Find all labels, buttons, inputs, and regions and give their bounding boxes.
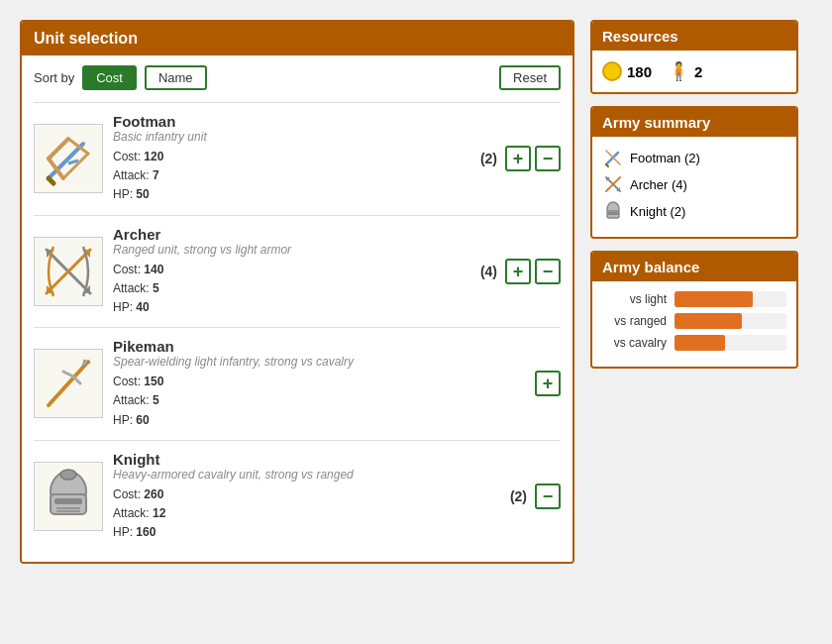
pikeman-icon [34, 349, 103, 418]
population-value: 2 [694, 63, 702, 80]
svg-line-1 [49, 178, 53, 183]
balance-vs-cavalry-bar [675, 335, 725, 351]
gold-icon [602, 61, 622, 81]
sort-by-cost-button[interactable]: Cost [82, 65, 137, 90]
right-panel: Resources 180 🧍 2 Army summary [590, 20, 798, 564]
knight-info: Knight Heavy-armored cavalry unit, stron… [113, 451, 500, 543]
balance-vs-cavalry: vs cavalry [602, 335, 786, 351]
army-footman: Footman (2) [602, 147, 786, 168]
knight-remove-button[interactable]: − [535, 483, 561, 509]
army-footman-icon [602, 147, 624, 168]
pikeman-info: Pikeman Spear-wielding light infantry, s… [113, 338, 525, 430]
footman-icon [34, 124, 103, 193]
footman-desc: Basic infantry unit [113, 130, 470, 144]
svg-rect-32 [608, 212, 618, 215]
unit-selection-panel: Unit selection Sort by Cost Name Reset [20, 20, 574, 564]
svg-point-22 [60, 470, 76, 480]
army-archer: Archer (4) [602, 173, 786, 195]
balance-vs-cavalry-label: vs cavalry [602, 336, 667, 350]
unit-selection-title: Unit selection [22, 22, 572, 55]
balance-vs-light-bar-bg [675, 291, 786, 307]
knight-count: (2) [510, 488, 527, 504]
knight-name: Knight [113, 451, 500, 468]
sort-row: Sort by Cost Name Reset [34, 65, 561, 90]
army-summary-box: Army summary Footman (2) [590, 106, 798, 239]
footman-name: Footman [113, 113, 470, 130]
balance-vs-cavalry-bar-bg [675, 335, 786, 351]
army-knight: Knight (2) [602, 200, 786, 222]
archer-stats: Cost: 140 Attack: 5 HP: 40 [113, 261, 470, 318]
archer-info: Archer Ranged unit, strong vs light armo… [113, 226, 470, 318]
resources-row: 180 🧍 2 [602, 60, 786, 82]
army-archer-icon [602, 173, 624, 195]
unit-row-pikeman: Pikeman Spear-wielding light infantry, s… [34, 327, 561, 440]
reset-button[interactable]: Reset [499, 65, 561, 90]
balance-vs-light-label: vs light [602, 292, 667, 306]
footman-info: Footman Basic infantry unit Cost: 120 At… [113, 113, 470, 205]
knight-controls: (2) − [510, 483, 561, 509]
svg-line-3 [49, 139, 68, 159]
balance-vs-ranged-bar [675, 313, 742, 329]
archer-add-button[interactable]: + [505, 259, 531, 284]
army-knight-label: Knight (2) [630, 204, 685, 219]
unit-row-archer: Archer Ranged unit, strong vs light armo… [34, 215, 561, 328]
army-archer-label: Archer (4) [630, 177, 687, 192]
balance-vs-light: vs light [602, 291, 786, 307]
army-footman-label: Footman (2) [630, 151, 700, 165]
footman-add-button[interactable]: + [505, 146, 531, 171]
balance-vs-light-bar [675, 291, 753, 307]
svg-line-15 [63, 372, 73, 376]
svg-line-16 [73, 376, 80, 383]
archer-controls: (4) + − [480, 259, 561, 284]
sort-label: Sort by [34, 70, 74, 85]
footman-remove-button[interactable]: − [535, 146, 561, 171]
pikeman-add-button[interactable]: + [535, 371, 561, 396]
svg-rect-19 [54, 498, 82, 504]
resources-title: Resources [592, 22, 796, 51]
sort-by-name-button[interactable]: Name [145, 65, 207, 90]
knight-icon [34, 462, 103, 531]
knight-stats: Cost: 260 Attack: 12 HP: 160 [113, 485, 500, 543]
unit-row-knight: Knight Heavy-armored cavalry unit, stron… [34, 440, 561, 553]
army-summary-body: Footman (2) Archer (4) [592, 137, 796, 237]
army-knight-icon [602, 200, 624, 222]
archer-remove-button[interactable]: − [535, 259, 561, 284]
footman-stats: Cost: 120 Attack: 7 HP: 50 [113, 148, 470, 205]
population-icon: 🧍 [668, 60, 689, 82]
archer-name: Archer [113, 226, 470, 243]
balance-vs-ranged-bar-bg [675, 313, 786, 329]
resources-box: Resources 180 🧍 2 [590, 20, 798, 94]
gold-value: 180 [627, 63, 652, 80]
population-resource: 🧍 2 [668, 60, 702, 82]
unit-row-footman: Footman Basic infantry unit Cost: 120 At… [34, 102, 561, 215]
knight-desc: Heavy-armored cavalry unit, strong vs ra… [113, 468, 500, 482]
footman-count: (2) [480, 151, 497, 166]
pikeman-name: Pikeman [113, 338, 525, 355]
archer-count: (4) [480, 264, 497, 279]
army-balance-body: vs light vs ranged vs cavalry [592, 281, 796, 367]
svg-line-24 [606, 164, 608, 166]
balance-vs-ranged-label: vs ranged [602, 314, 667, 328]
pikeman-stats: Cost: 150 Attack: 5 HP: 60 [113, 373, 525, 430]
footman-controls: (2) + − [480, 146, 561, 171]
army-balance-title: Army balance [592, 253, 796, 281]
pikeman-desc: Spear-wielding light infantry, strong vs… [113, 355, 525, 369]
balance-vs-ranged: vs ranged [602, 313, 786, 329]
army-summary-title: Army summary [592, 108, 796, 137]
gold-resource: 180 [602, 61, 652, 81]
pikeman-controls: + [535, 371, 561, 396]
unit-selection-body: Sort by Cost Name Reset [22, 55, 572, 562]
archer-desc: Ranged unit, strong vs light armor [113, 243, 470, 257]
army-balance-box: Army balance vs light vs ranged vs caval… [590, 251, 798, 369]
archer-icon [34, 237, 103, 306]
svg-line-23 [606, 153, 618, 164]
resources-body: 180 🧍 2 [592, 51, 796, 92]
